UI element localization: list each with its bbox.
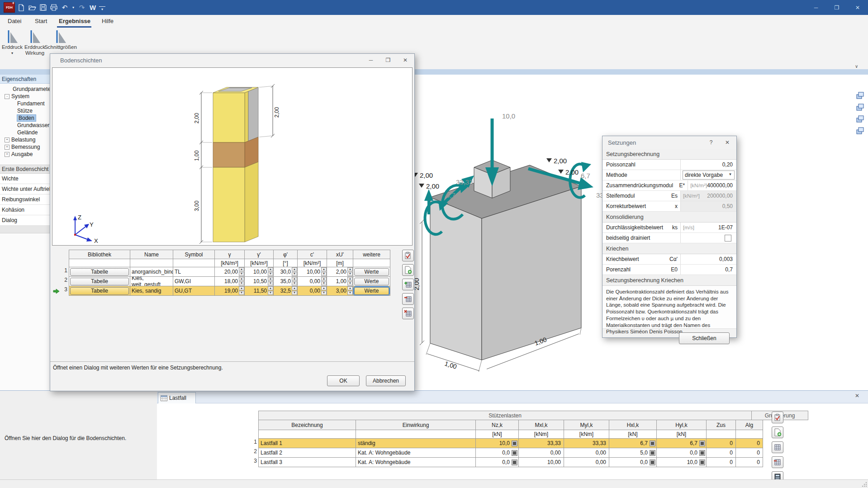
value-detail-button[interactable]: [699, 441, 705, 446]
w-command-icon[interactable]: W: [88, 3, 97, 13]
cell-gamma[interactable]: 19,00▲▼: [215, 286, 245, 296]
erddruck-dropdown-icon[interactable]: ▾: [11, 50, 13, 56]
new-entry-icon[interactable]: [402, 264, 414, 276]
bibliothek-button[interactable]: Tabelle: [70, 278, 129, 285]
value-detail-button[interactable]: [699, 460, 705, 465]
value-detail-button[interactable]: [512, 450, 517, 456]
collapse-ribbon-icon[interactable]: ∨: [855, 64, 858, 69]
insert-row-icon[interactable]: [402, 279, 414, 290]
werte-button[interactable]: Werte: [354, 278, 389, 285]
cell-name[interactable]: Kies, weit_gestuft: [130, 277, 173, 286]
value-detail-button[interactable]: [699, 450, 705, 456]
expand-box-icon[interactable]: +: [5, 145, 9, 150]
value-detail-button[interactable]: [650, 460, 655, 465]
open-folder-icon[interactable]: [28, 3, 37, 13]
poren-field[interactable]: 0,7: [680, 265, 736, 275]
cell-phi[interactable]: 32,5▲▼: [274, 286, 298, 296]
layer-pane-icon[interactable]: [854, 113, 865, 125]
zd-field[interactable]: [kN/m²]400000,00: [688, 180, 736, 190]
redo-icon[interactable]: ↷: [77, 3, 86, 13]
cell-c[interactable]: 0,00▲▼: [298, 286, 327, 296]
spinner[interactable]: ▲▼: [321, 267, 327, 276]
chevron-down-icon[interactable]: ▼: [727, 172, 733, 177]
cell-gamma-s[interactable]: 11,50▲▼: [245, 286, 274, 296]
cell-symbol[interactable]: GW,GI: [173, 277, 215, 286]
cell-xu[interactable]: 2,00▲▼: [327, 267, 353, 277]
delete-table-icon[interactable]: [402, 308, 414, 319]
help-button[interactable]: ?: [704, 138, 718, 147]
menu-hilfe[interactable]: Hilfe: [102, 18, 114, 24]
spinner[interactable]: ▲▼: [268, 267, 273, 276]
resize-grip[interactable]: [862, 482, 867, 487]
cell-symbol[interactable]: GU,GT: [173, 286, 215, 296]
spinner[interactable]: ▲▼: [347, 286, 353, 295]
undo-icon[interactable]: ↶: [60, 3, 69, 13]
spinner[interactable]: ▲▼: [239, 277, 244, 286]
spinner[interactable]: ▲▼: [268, 286, 273, 295]
methode-dropdown[interactable]: direkte Vorgabe▼: [680, 170, 736, 180]
spinner[interactable]: ▲▼: [292, 267, 297, 276]
cell-gamma[interactable]: 20,00▲▼: [215, 267, 245, 277]
schliessen-button[interactable]: Schließen: [679, 332, 730, 344]
setzungen-dialog-titlebar[interactable]: Setzungen ? ✕: [602, 136, 736, 149]
poissonzahl-field[interactable]: 0,20: [680, 160, 736, 170]
expand-box-icon[interactable]: +: [5, 137, 9, 142]
close-icon[interactable]: ✕: [720, 138, 735, 147]
close-button[interactable]: ✕: [847, 0, 868, 15]
drainiert-checkbox[interactable]: [725, 235, 731, 242]
table-row[interactable]: 3 Lastfall 3 Kat. A: Wohngebäude 0,0 10,…: [249, 458, 808, 467]
erddruck-wirkung-button[interactable]: Erddruck Wirkung: [24, 29, 46, 56]
bodenschichten-dialog-titlebar[interactable]: Bodenschichten ─ ❐ ✕: [50, 54, 414, 66]
value-detail-button[interactable]: [512, 441, 517, 446]
save-icon[interactable]: [38, 3, 47, 13]
cell-c[interactable]: 0,00▲▼: [298, 277, 327, 286]
insert-row-icon[interactable]: [772, 441, 783, 453]
spinner[interactable]: ▲▼: [321, 286, 327, 295]
delete-row-icon[interactable]: [772, 456, 783, 468]
ks-field[interactable]: [m/s]1E-07: [680, 223, 736, 232]
cell-gamma[interactable]: 18,00▲▼: [215, 277, 245, 286]
bibliothek-button[interactable]: Tabelle: [70, 287, 129, 295]
delete-row-icon[interactable]: [402, 293, 414, 305]
werte-button[interactable]: Werte: [354, 268, 389, 276]
cell-phi[interactable]: 35,0▲▼: [274, 277, 298, 286]
schnittgroessen-button[interactable]: Schnittgrößen: [46, 29, 75, 50]
cell-phi[interactable]: 30,0▲▼: [274, 267, 298, 277]
spinner[interactable]: ▲▼: [239, 267, 244, 276]
value-detail-button[interactable]: [650, 441, 655, 446]
erddruck-button[interactable]: Erddruck ▾: [1, 29, 24, 56]
cancel-button[interactable]: Abbrechen: [366, 375, 406, 386]
spinner[interactable]: ▲▼: [347, 267, 353, 276]
layer-pane-icon[interactable]: [854, 90, 865, 101]
cell-gamma-s[interactable]: 10,00▲▼: [245, 267, 274, 277]
table-row-selected[interactable]: 1 Lastfall 1 ständig 10,0 33,33 33,33 6,…: [249, 439, 808, 448]
werte-button-focused[interactable]: Werte: [354, 287, 389, 295]
menu-datei[interactable]: Datei: [8, 18, 21, 24]
ok-button[interactable]: OK: [327, 375, 360, 386]
menu-ergebnisse[interactable]: Ergebnisse: [59, 18, 90, 24]
value-detail-button[interactable]: [650, 450, 655, 456]
print-icon[interactable]: [49, 3, 58, 13]
minimize-icon[interactable]: ─: [364, 56, 378, 65]
maximize-button[interactable]: ❐: [826, 0, 847, 15]
value-detail-button[interactable]: [512, 460, 517, 465]
undo-dropdown-icon[interactable]: ▾: [71, 3, 76, 13]
layer-pane-icon[interactable]: [854, 125, 865, 137]
table-row[interactable]: 2 Lastfall 2 Kat. A: Wohngebäude 0,0 0,0…: [249, 448, 808, 458]
tab-lastfall[interactable]: Lastfall: [158, 392, 196, 403]
layer-pane-icon[interactable]: [854, 101, 865, 113]
spinner[interactable]: ▲▼: [347, 277, 353, 286]
close-icon[interactable]: ✕: [398, 56, 413, 65]
cell-xu[interactable]: 1,00▲▼: [327, 277, 353, 286]
cell-gamma-s[interactable]: 10,50▲▼: [245, 277, 274, 286]
spinner[interactable]: ▲▼: [239, 286, 244, 295]
collapse-box-icon[interactable]: -: [5, 94, 9, 99]
cell-name[interactable]: anorganisch_bindi: [130, 267, 173, 277]
kriech-field[interactable]: 0,003: [680, 254, 736, 264]
cell-symbol[interactable]: TL: [173, 267, 215, 277]
bibliothek-button[interactable]: Tabelle: [70, 268, 129, 276]
apply-check-icon[interactable]: [402, 250, 414, 261]
spinner[interactable]: ▲▼: [292, 277, 297, 286]
minimize-button[interactable]: ─: [806, 0, 826, 15]
new-entry-icon[interactable]: [772, 426, 783, 438]
